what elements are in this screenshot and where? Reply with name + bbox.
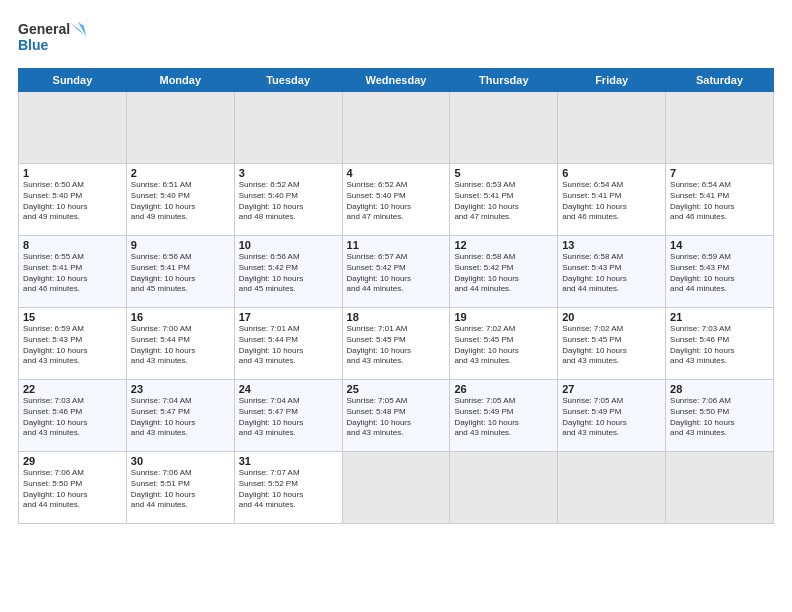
day-cell: 20Sunrise: 7:02 AM Sunset: 5:45 PM Dayli… (558, 308, 666, 380)
logo: GeneralBlue (18, 18, 88, 58)
day-cell: 3Sunrise: 6:52 AM Sunset: 5:40 PM Daylig… (234, 164, 342, 236)
day-number: 7 (670, 167, 769, 179)
day-cell: 26Sunrise: 7:05 AM Sunset: 5:49 PM Dayli… (450, 380, 558, 452)
calendar-page: GeneralBlue SundayMondayTuesdayWednesday… (0, 0, 792, 612)
day-cell: 19Sunrise: 7:02 AM Sunset: 5:45 PM Dayli… (450, 308, 558, 380)
day-number: 15 (23, 311, 122, 323)
day-number: 3 (239, 167, 338, 179)
week-row-0 (19, 92, 774, 164)
day-cell: 24Sunrise: 7:04 AM Sunset: 5:47 PM Dayli… (234, 380, 342, 452)
day-number: 4 (347, 167, 446, 179)
day-number: 20 (562, 311, 661, 323)
day-number: 1 (23, 167, 122, 179)
day-cell: 22Sunrise: 7:03 AM Sunset: 5:46 PM Dayli… (19, 380, 127, 452)
day-info: Sunrise: 7:03 AM Sunset: 5:46 PM Dayligh… (670, 324, 769, 367)
day-cell (126, 92, 234, 164)
svg-text:General: General (18, 21, 70, 37)
day-cell: 14Sunrise: 6:59 AM Sunset: 5:43 PM Dayli… (666, 236, 774, 308)
week-row-5: 29Sunrise: 7:06 AM Sunset: 5:50 PM Dayli… (19, 452, 774, 524)
day-cell: 7Sunrise: 6:54 AM Sunset: 5:41 PM Daylig… (666, 164, 774, 236)
day-cell: 5Sunrise: 6:53 AM Sunset: 5:41 PM Daylig… (450, 164, 558, 236)
day-number: 18 (347, 311, 446, 323)
day-number: 27 (562, 383, 661, 395)
day-cell (558, 452, 666, 524)
day-cell: 8Sunrise: 6:55 AM Sunset: 5:41 PM Daylig… (19, 236, 127, 308)
day-info: Sunrise: 6:51 AM Sunset: 5:40 PM Dayligh… (131, 180, 230, 223)
day-number: 11 (347, 239, 446, 251)
day-info: Sunrise: 7:02 AM Sunset: 5:45 PM Dayligh… (562, 324, 661, 367)
day-number: 21 (670, 311, 769, 323)
col-header-tuesday: Tuesday (234, 69, 342, 92)
day-number: 12 (454, 239, 553, 251)
day-cell (666, 92, 774, 164)
day-info: Sunrise: 7:06 AM Sunset: 5:51 PM Dayligh… (131, 468, 230, 511)
day-cell: 30Sunrise: 7:06 AM Sunset: 5:51 PM Dayli… (126, 452, 234, 524)
week-row-3: 15Sunrise: 6:59 AM Sunset: 5:43 PM Dayli… (19, 308, 774, 380)
day-cell (19, 92, 127, 164)
calendar-table: SundayMondayTuesdayWednesdayThursdayFrid… (18, 68, 774, 524)
logo-svg: GeneralBlue (18, 18, 88, 58)
col-header-monday: Monday (126, 69, 234, 92)
day-number: 28 (670, 383, 769, 395)
day-number: 25 (347, 383, 446, 395)
day-number: 6 (562, 167, 661, 179)
day-info: Sunrise: 6:53 AM Sunset: 5:41 PM Dayligh… (454, 180, 553, 223)
day-number: 17 (239, 311, 338, 323)
day-info: Sunrise: 7:01 AM Sunset: 5:44 PM Dayligh… (239, 324, 338, 367)
day-number: 13 (562, 239, 661, 251)
day-cell: 23Sunrise: 7:04 AM Sunset: 5:47 PM Dayli… (126, 380, 234, 452)
day-number: 23 (131, 383, 230, 395)
day-cell: 16Sunrise: 7:00 AM Sunset: 5:44 PM Dayli… (126, 308, 234, 380)
day-info: Sunrise: 6:58 AM Sunset: 5:43 PM Dayligh… (562, 252, 661, 295)
day-cell: 31Sunrise: 7:07 AM Sunset: 5:52 PM Dayli… (234, 452, 342, 524)
day-info: Sunrise: 7:06 AM Sunset: 5:50 PM Dayligh… (23, 468, 122, 511)
day-info: Sunrise: 6:59 AM Sunset: 5:43 PM Dayligh… (670, 252, 769, 295)
day-info: Sunrise: 7:02 AM Sunset: 5:45 PM Dayligh… (454, 324, 553, 367)
day-cell (450, 92, 558, 164)
day-cell: 25Sunrise: 7:05 AM Sunset: 5:48 PM Dayli… (342, 380, 450, 452)
day-info: Sunrise: 7:06 AM Sunset: 5:50 PM Dayligh… (670, 396, 769, 439)
day-cell: 28Sunrise: 7:06 AM Sunset: 5:50 PM Dayli… (666, 380, 774, 452)
day-number: 26 (454, 383, 553, 395)
day-cell: 21Sunrise: 7:03 AM Sunset: 5:46 PM Dayli… (666, 308, 774, 380)
day-info: Sunrise: 7:01 AM Sunset: 5:45 PM Dayligh… (347, 324, 446, 367)
day-info: Sunrise: 7:00 AM Sunset: 5:44 PM Dayligh… (131, 324, 230, 367)
col-header-wednesday: Wednesday (342, 69, 450, 92)
day-info: Sunrise: 6:55 AM Sunset: 5:41 PM Dayligh… (23, 252, 122, 295)
svg-marker-3 (78, 22, 86, 36)
day-cell: 2Sunrise: 6:51 AM Sunset: 5:40 PM Daylig… (126, 164, 234, 236)
day-cell: 6Sunrise: 6:54 AM Sunset: 5:41 PM Daylig… (558, 164, 666, 236)
day-info: Sunrise: 6:52 AM Sunset: 5:40 PM Dayligh… (239, 180, 338, 223)
day-info: Sunrise: 6:59 AM Sunset: 5:43 PM Dayligh… (23, 324, 122, 367)
col-header-sunday: Sunday (19, 69, 127, 92)
day-number: 9 (131, 239, 230, 251)
day-cell: 1Sunrise: 6:50 AM Sunset: 5:40 PM Daylig… (19, 164, 127, 236)
day-info: Sunrise: 7:07 AM Sunset: 5:52 PM Dayligh… (239, 468, 338, 511)
day-cell (450, 452, 558, 524)
day-cell: 15Sunrise: 6:59 AM Sunset: 5:43 PM Dayli… (19, 308, 127, 380)
day-number: 5 (454, 167, 553, 179)
day-number: 14 (670, 239, 769, 251)
day-cell: 27Sunrise: 7:05 AM Sunset: 5:49 PM Dayli… (558, 380, 666, 452)
col-header-thursday: Thursday (450, 69, 558, 92)
day-cell: 9Sunrise: 6:56 AM Sunset: 5:41 PM Daylig… (126, 236, 234, 308)
day-number: 30 (131, 455, 230, 467)
day-cell: 29Sunrise: 7:06 AM Sunset: 5:50 PM Dayli… (19, 452, 127, 524)
day-cell: 18Sunrise: 7:01 AM Sunset: 5:45 PM Dayli… (342, 308, 450, 380)
day-cell: 10Sunrise: 6:56 AM Sunset: 5:42 PM Dayli… (234, 236, 342, 308)
day-info: Sunrise: 7:03 AM Sunset: 5:46 PM Dayligh… (23, 396, 122, 439)
day-info: Sunrise: 7:04 AM Sunset: 5:47 PM Dayligh… (131, 396, 230, 439)
day-cell (234, 92, 342, 164)
col-header-friday: Friday (558, 69, 666, 92)
day-info: Sunrise: 7:05 AM Sunset: 5:49 PM Dayligh… (454, 396, 553, 439)
day-info: Sunrise: 6:56 AM Sunset: 5:42 PM Dayligh… (239, 252, 338, 295)
day-cell: 11Sunrise: 6:57 AM Sunset: 5:42 PM Dayli… (342, 236, 450, 308)
day-info: Sunrise: 6:50 AM Sunset: 5:40 PM Dayligh… (23, 180, 122, 223)
svg-text:Blue: Blue (18, 37, 49, 53)
header: GeneralBlue (18, 18, 774, 58)
week-row-1: 1Sunrise: 6:50 AM Sunset: 5:40 PM Daylig… (19, 164, 774, 236)
day-number: 10 (239, 239, 338, 251)
day-number: 8 (23, 239, 122, 251)
day-number: 22 (23, 383, 122, 395)
day-cell: 12Sunrise: 6:58 AM Sunset: 5:42 PM Dayli… (450, 236, 558, 308)
